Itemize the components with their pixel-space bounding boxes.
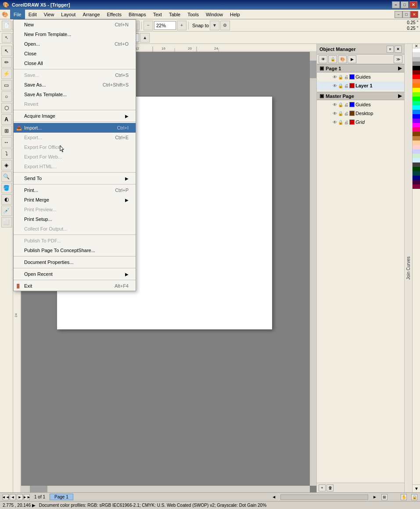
color-blue[interactable]	[413, 114, 420, 119]
color-light-green[interactable]	[413, 154, 420, 158]
blend-tool-btn[interactable]: ◈	[1, 160, 12, 170]
color-pink[interactable]	[413, 127, 420, 132]
menu-print[interactable]: Print... Ctrl+P	[14, 185, 136, 195]
color-light-blue[interactable]	[413, 158, 420, 162]
menu-item-view[interactable]: View	[40, 10, 58, 19]
zoom-out-btn[interactable]: −	[144, 21, 153, 30]
dimension-tool-btn[interactable]: ↔	[1, 137, 12, 148]
eraser-btn[interactable]: ⬜	[1, 217, 12, 227]
page1-section-header[interactable]: ▣ Page 1 ▶	[317, 64, 404, 72]
scroll-thumb-right[interactable]	[310, 61, 316, 78]
color-brown[interactable]	[413, 132, 420, 136]
next-page-btn[interactable]: ►	[17, 494, 23, 500]
menu-publish-concept[interactable]: Publish Page To ConceptShare...	[14, 245, 136, 255]
color-tan[interactable]	[413, 136, 420, 141]
color-green[interactable]	[413, 97, 420, 101]
color-gray[interactable]	[413, 57, 420, 61]
color-peach[interactable]	[413, 141, 420, 145]
color-orange-red[interactable]	[413, 79, 420, 83]
color-red[interactable]	[413, 75, 420, 79]
obj-layer-view-btn[interactable]: 👁	[319, 55, 327, 63]
color-magenta[interactable]	[413, 123, 420, 127]
text-tool-btn2[interactable]: A	[1, 114, 12, 125]
color-dark-green[interactable]	[413, 167, 420, 171]
layer-guides-master[interactable]: 👁 🔒 🖨 Guides	[317, 100, 404, 109]
h-scroll-bar[interactable]	[280, 495, 368, 500]
menu-item-file[interactable]: File	[10, 10, 25, 19]
zoom-input[interactable]: 22%	[154, 21, 176, 30]
app-close-button[interactable]: ✕	[410, 11, 418, 18]
zoom-in-btn[interactable]: +	[177, 21, 187, 30]
obj-color-btn[interactable]: 🎨	[338, 55, 347, 63]
color-white[interactable]	[413, 48, 420, 53]
color-sky-blue[interactable]	[413, 110, 420, 114]
scroll-thumb-bottom[interactable]	[30, 486, 47, 492]
app-minimize-button[interactable]: −	[395, 11, 402, 18]
no-fill-swatch[interactable]: ✕	[413, 44, 420, 48]
menu-item-window[interactable]: Window	[202, 10, 226, 19]
obj-arrow-btn[interactable]: ▶	[348, 55, 356, 63]
palette-scroll-btn[interactable]: ▼	[413, 484, 420, 492]
menu-send-to[interactable]: Send To ▶	[14, 173, 136, 183]
increment-up-btn[interactable]: ▲	[140, 33, 150, 43]
polygon-tool-btn2[interactable]: ⬡	[1, 103, 12, 113]
color-yellow[interactable]	[413, 88, 420, 92]
obj-mgr-expand-btn[interactable]: ≫	[394, 55, 402, 63]
menu-item-tools[interactable]: Tools	[184, 10, 202, 19]
interactive-fill-btn[interactable]: ◐	[1, 194, 12, 205]
scrollbar-right[interactable]	[310, 52, 316, 486]
menu-save-as[interactable]: Save As... Ctrl+Shift+S	[14, 80, 136, 90]
color-charcoal[interactable]	[413, 162, 420, 167]
menu-save-as-template[interactable]: Save As Template...	[14, 90, 136, 99]
join-curves-label[interactable]: Join Curves	[404, 255, 413, 282]
obj-mgr-menu-btn[interactable]: ≡	[387, 46, 394, 53]
menu-item-arrange[interactable]: Arrange	[79, 10, 103, 19]
menu-item-bitmaps[interactable]: Bitmaps	[125, 10, 150, 19]
last-page-btn[interactable]: ►►	[24, 494, 30, 500]
zoom-tool-btn[interactable]: 🔍	[1, 171, 12, 182]
menu-open-recent[interactable]: Open Recent ▶	[14, 269, 136, 279]
app-restore-button[interactable]: □	[402, 11, 410, 18]
menu-item-layout[interactable]: Layout	[57, 10, 79, 19]
menu-doc-properties[interactable]: Document Properties...	[14, 257, 136, 267]
color-navy[interactable]	[413, 176, 420, 180]
new-doc-btn[interactable]: 📄	[2, 21, 11, 30]
menu-exit[interactable]: 🚪 Exit Alt+F4	[14, 281, 136, 291]
color-violet[interactable]	[413, 119, 420, 123]
menu-print-setup[interactable]: Print Setup...	[14, 214, 136, 224]
menu-acquire-image[interactable]: Acquire Image ▶	[14, 111, 136, 121]
eyedropper-btn[interactable]: 💉	[1, 206, 12, 216]
zoom-fit-btn[interactable]: ⊞	[381, 494, 388, 500]
scroll-right-btn[interactable]: ►	[373, 495, 377, 499]
menu-item-effects[interactable]: Effects	[104, 10, 125, 19]
menu-item-edit[interactable]: Edit	[25, 10, 40, 19]
new-layer-btn[interactable]: +	[319, 484, 326, 491]
freehand-tool-btn[interactable]: ✏	[1, 57, 12, 68]
page-tab[interactable]: Page 1	[50, 494, 73, 500]
master-page-section-header[interactable]: ▣ Master Page ▶	[317, 92, 404, 100]
menu-close-all[interactable]: Close All	[14, 58, 136, 68]
pick-tool-btn[interactable]: ↖	[1, 46, 12, 56]
close-button[interactable]: ✕	[409, 1, 417, 8]
menu-print-merge[interactable]: Print Merge ▶	[14, 195, 136, 205]
menu-item-help[interactable]: Help	[226, 10, 244, 19]
maximize-button[interactable]: □	[401, 1, 409, 8]
layer-guides-page1[interactable]: 👁 🔒 🖨 Guides	[317, 72, 404, 81]
status-lock-btn[interactable]: 🔒	[411, 494, 417, 500]
minimize-button[interactable]: −	[392, 1, 400, 8]
select-tool-btn[interactable]: ↖	[2, 33, 11, 43]
layer-grid[interactable]: 👁 🔒 🖨 Grid	[317, 118, 404, 126]
color-dark-teal[interactable]	[413, 171, 420, 176]
pan-btn[interactable]: ✋	[401, 494, 407, 500]
color-light-pink[interactable]	[413, 145, 420, 149]
color-orange[interactable]	[413, 83, 420, 88]
connector-tool-btn[interactable]: ⤵	[1, 148, 12, 159]
menu-item-table[interactable]: Table	[165, 10, 184, 19]
scrollbar-bottom[interactable]	[21, 486, 310, 492]
menu-close[interactable]: Close	[14, 49, 136, 58]
color-yellow-green[interactable]	[413, 92, 420, 97]
menu-import[interactable]: 📥 Import... Ctrl+I	[14, 123, 136, 133]
color-spring-green[interactable]	[413, 101, 420, 105]
obj-lock-btn[interactable]: 🔒	[328, 55, 337, 63]
rectangle-tool-btn[interactable]: ▭	[1, 80, 12, 90]
